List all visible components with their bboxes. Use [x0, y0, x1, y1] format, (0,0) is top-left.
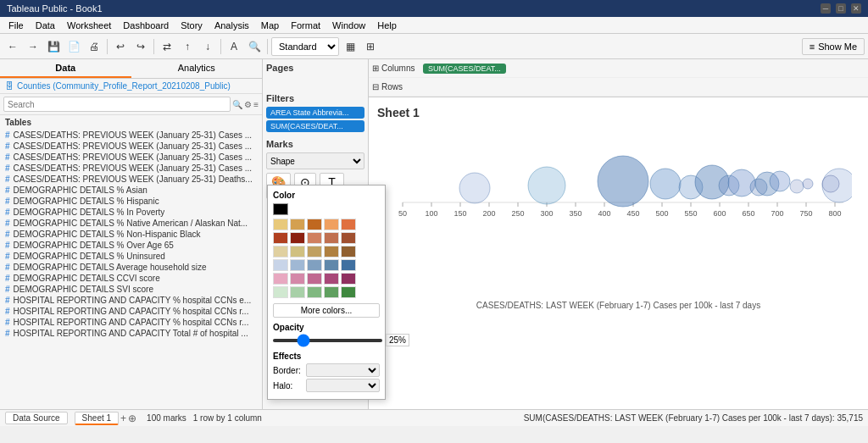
redo-button[interactable]: ↪ [131, 37, 150, 56]
table-item[interactable]: #HOSPITAL REPORTING AND CAPACITY % hospi… [0, 317, 262, 328]
menu-story[interactable]: Story [175, 19, 208, 32]
chart-svg-wrapper: 50 100 150 200 250 300 350 400 450 500 5… [377, 126, 860, 310]
undo-button[interactable]: ↩ [111, 37, 130, 56]
grid-button[interactable]: ▦ [341, 37, 359, 56]
table-item[interactable]: #DEMOGRAPHIC DETAILS % Uninsured [0, 251, 262, 262]
menu-format[interactable]: Format [286, 19, 326, 32]
color-swatch[interactable] [324, 286, 339, 298]
menu-window[interactable]: Window [327, 19, 370, 32]
color-swatch[interactable] [273, 219, 288, 230]
table-item[interactable]: #DEMOGRAPHIC DETAILS % Over Age 65 [0, 240, 262, 251]
table-item[interactable]: #DEMOGRAPHIC DETAILS % Native American /… [0, 218, 262, 229]
menu-dashboard[interactable]: Dashboard [118, 19, 174, 32]
table-item[interactable]: #DEMOGRAPHIC DETAILS % Asian [0, 185, 262, 196]
table-item[interactable]: #HOSPITAL REPORTING AND CAPACITY % hospi… [0, 306, 262, 317]
color-swatch[interactable] [290, 286, 305, 298]
new-button[interactable]: 📄 [64, 37, 83, 56]
color-swatch[interactable] [307, 246, 322, 257]
menu-analysis[interactable]: Analysis [209, 19, 254, 32]
table-item[interactable]: #CASES/DEATHS: PREVIOUS WEEK (January 25… [0, 163, 262, 174]
black-swatch[interactable] [273, 203, 288, 215]
table-item[interactable]: #DEMOGRAPHIC DETAILS % Non-Hispanic Blac… [0, 229, 262, 240]
border-select[interactable] [306, 363, 380, 377]
add-sheet-icon[interactable]: + [120, 413, 126, 424]
table-item[interactable]: #CASES/DEATHS: PREVIOUS WEEK (January 25… [0, 130, 262, 141]
color-swatch[interactable] [273, 286, 288, 298]
color-swatch[interactable] [324, 246, 339, 257]
more-colors-button[interactable]: More colors... [273, 303, 380, 318]
color-swatch[interactable] [324, 273, 339, 285]
sort-asc-button[interactable]: ↑ [178, 37, 197, 56]
columns-pill[interactable]: SUM(CASES/DEAT... [423, 64, 506, 74]
table-item[interactable]: #DEMOGRAPHIC DETAILS CCVI score [0, 273, 262, 284]
color-swatch[interactable] [273, 273, 288, 285]
search-input[interactable] [3, 97, 231, 112]
back-button[interactable]: ← [3, 37, 22, 56]
menu-data[interactable]: Data [31, 19, 60, 32]
opacity-slider[interactable] [273, 339, 382, 342]
color-swatch[interactable] [273, 246, 288, 257]
marks-type-select[interactable]: Shape [266, 152, 364, 169]
data-source-tab[interactable]: Data Source [5, 412, 68, 424]
color-swatch[interactable] [324, 259, 339, 271]
filter-chip-0[interactable]: AREA State Abbrevia... [266, 107, 364, 119]
save-button[interactable]: 💾 [44, 37, 63, 56]
close-button[interactable]: ✕ [851, 3, 861, 14]
color-swatch[interactable] [341, 232, 356, 244]
color-swatch[interactable] [324, 219, 339, 230]
color-swatch[interactable] [307, 232, 322, 244]
color-swatch[interactable] [290, 273, 305, 285]
menu-worksheet[interactable]: Worksheet [62, 19, 116, 32]
filter-icon[interactable]: ⚙ [244, 100, 252, 109]
rows-label: ⊟ Rows [372, 82, 423, 91]
swap-button[interactable]: ⇄ [158, 37, 176, 56]
search-icon[interactable]: 🔍 [232, 100, 242, 109]
menu-help[interactable]: Help [372, 19, 402, 32]
color-swatch[interactable] [290, 259, 305, 271]
highlight-button[interactable]: A [225, 37, 243, 56]
table-item[interactable]: #CASES/DEATHS: PREVIOUS WEEK (January 25… [0, 141, 262, 152]
color-swatch[interactable] [273, 232, 288, 244]
table-item[interactable]: #CASES/DEATHS: PREVIOUS WEEK (January 25… [0, 152, 262, 163]
color-swatch[interactable] [290, 219, 305, 230]
show-me-button[interactable]: ≡ Show Me [802, 38, 865, 55]
table-item[interactable]: #DEMOGRAPHIC DETAILS Average household s… [0, 262, 262, 273]
maximize-button[interactable]: □ [836, 3, 846, 14]
color-swatch[interactable] [341, 273, 356, 285]
table-item[interactable]: #DEMOGRAPHIC DETAILS % Hispanic [0, 196, 262, 207]
color-swatch[interactable] [290, 246, 305, 257]
color-swatch[interactable] [290, 232, 305, 244]
color-swatch[interactable] [307, 259, 322, 271]
table-item[interactable]: #DEMOGRAPHIC DETAILS SVI score [0, 284, 262, 295]
table-item[interactable]: #DEMOGRAPHIC DETAILS % In Poverty [0, 207, 262, 218]
tab-analytics[interactable]: Analytics [131, 59, 263, 78]
halo-select[interactable] [306, 379, 380, 392]
standard-select[interactable]: Standard [271, 37, 339, 56]
fit-button[interactable]: ⊞ [361, 37, 380, 56]
tooltip-button[interactable]: 🔍 [245, 37, 264, 56]
table-item[interactable]: #HOSPITAL REPORTING AND CAPACITY Total #… [0, 328, 262, 339]
table-item[interactable]: #HOSPITAL REPORTING AND CAPACITY % hospi… [0, 295, 262, 306]
color-swatch[interactable] [341, 219, 356, 230]
print-button[interactable]: 🖨 [85, 37, 103, 56]
menu-file[interactable]: File [3, 19, 29, 32]
minimize-button[interactable]: ─ [821, 3, 831, 14]
color-swatch[interactable] [341, 246, 356, 257]
color-swatch[interactable] [341, 259, 356, 271]
color-swatch[interactable] [341, 286, 356, 298]
tab-data[interactable]: Data [0, 59, 131, 78]
color-swatch[interactable] [307, 219, 322, 230]
more-icon[interactable]: ≡ [253, 100, 259, 109]
menu-map[interactable]: Map [256, 19, 284, 32]
color-swatch[interactable] [273, 259, 288, 271]
data-source-name[interactable]: Counties (Community_Profile_Report_20210… [17, 81, 231, 91]
filter-chip-1[interactable]: SUM(CASES/DEAT... [266, 120, 364, 132]
color-swatch[interactable] [324, 232, 339, 244]
color-swatch[interactable] [307, 286, 322, 298]
sheet1-tab[interactable]: Sheet 1 [75, 412, 119, 425]
forward-button[interactable]: → [24, 37, 42, 56]
color-swatch[interactable] [307, 273, 322, 285]
table-item[interactable]: #CASES/DEATHS: PREVIOUS WEEK (January 25… [0, 174, 262, 185]
sort-desc-button[interactable]: ↓ [198, 37, 217, 56]
duplicate-sheet-icon[interactable]: ⊕ [128, 413, 136, 424]
